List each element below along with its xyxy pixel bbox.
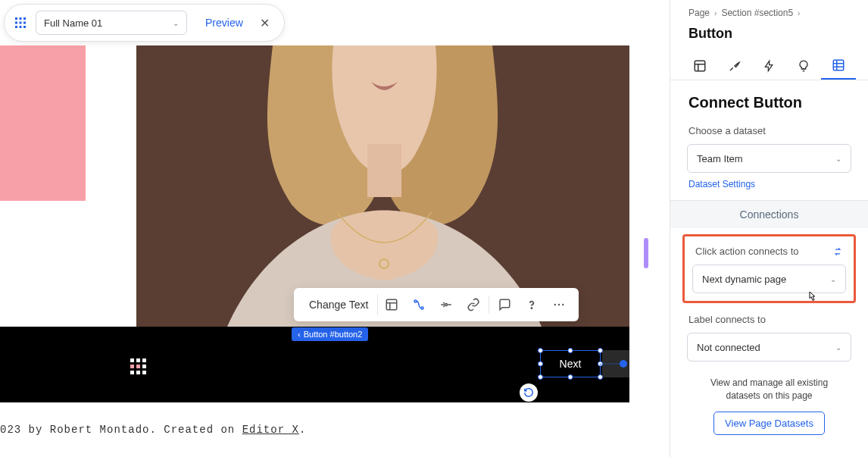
footer-text-2: . [299, 424, 306, 436]
tab-data[interactable] [821, 52, 856, 80]
resize-handle[interactable] [568, 348, 573, 353]
help-icon[interactable] [518, 291, 545, 318]
element-tag-label: Button #button2 [304, 330, 363, 339]
dataset-settings-link[interactable]: Dataset Settings [670, 177, 868, 200]
footer-editor-link[interactable]: Editor X [242, 424, 299, 436]
label-connects-select[interactable]: Not connected ⌄ [687, 333, 851, 362]
svg-rect-25 [833, 60, 844, 70]
resize-handle[interactable] [538, 374, 543, 380]
link-icon[interactable] [460, 291, 487, 318]
resize-handle[interactable] [538, 362, 543, 367]
connections-header: Connections [670, 200, 868, 228]
svg-rect-22 [695, 61, 705, 71]
design-icon[interactable] [405, 291, 432, 318]
svg-rect-3 [15, 22, 17, 24]
resize-handle[interactable] [568, 374, 573, 380]
view-page-datasets-button[interactable]: View Page Datasets [713, 412, 825, 435]
undo-icon[interactable] [520, 383, 538, 402]
panel-title: Button [670, 23, 868, 52]
chevron-down-icon: ⌄ [830, 275, 836, 283]
click-action-value: Next dynamic page [702, 274, 786, 285]
tab-layout[interactable] [682, 52, 717, 80]
name-select-value: Full Name 01 [44, 17, 102, 29]
swap-icon[interactable] [832, 246, 843, 257]
cursor-icon [805, 289, 817, 304]
layout-icon[interactable] [378, 291, 405, 318]
anim-guide-dot[interactable] [620, 360, 627, 368]
resize-handle[interactable] [598, 348, 603, 353]
inspector-panel: Page › Section #section5 › Button Connec… [670, 0, 868, 457]
breadcrumb-section[interactable]: Section #section5 [721, 8, 793, 18]
svg-rect-2 [23, 17, 26, 20]
canvas-area: Full Name 01 ⌄ Preview ✕ Change Text [0, 0, 670, 457]
svg-point-18 [532, 308, 532, 308]
canvas-scrollbar[interactable] [644, 238, 648, 268]
breadcrumb: Page › Section #section5 › [670, 0, 868, 23]
chevron-left-icon: ‹ [298, 330, 301, 339]
label-connects-label: Label connects to [670, 309, 868, 330]
chevron-right-icon: › [798, 9, 800, 17]
pink-block [0, 45, 86, 201]
connect-button-title: Connect Button [670, 80, 868, 121]
footer-credit: 023 by Robert Montado. Created on Editor… [0, 424, 306, 436]
dataset-select-value: Team Item [697, 153, 743, 164]
svg-rect-8 [23, 26, 26, 28]
panel-tabs [670, 52, 868, 80]
dataset-select[interactable]: Team Item ⌄ [687, 144, 851, 173]
close-icon[interactable]: ✕ [255, 16, 280, 30]
chevron-down-icon: ⌄ [173, 19, 179, 27]
svg-rect-10 [367, 144, 401, 197]
selected-button-label: Next [560, 358, 582, 370]
breadcrumb-page[interactable]: Page [688, 8, 710, 18]
svg-point-15 [414, 300, 417, 302]
tab-tips[interactable] [786, 52, 821, 80]
element-tag[interactable]: ‹ Button #button2 [292, 327, 368, 341]
name-select[interactable]: Full Name 01 ⌄ [36, 11, 187, 35]
svg-point-21 [562, 304, 564, 305]
svg-rect-5 [23, 22, 26, 24]
svg-rect-1 [20, 17, 22, 20]
comment-icon[interactable] [491, 291, 518, 318]
hero-image [136, 45, 629, 327]
element-toolbar: Change Text [294, 288, 579, 321]
resize-handle[interactable] [538, 348, 543, 353]
svg-rect-7 [20, 26, 22, 28]
svg-point-17 [445, 304, 448, 306]
svg-rect-6 [15, 26, 17, 28]
preview-button[interactable]: Preview [193, 17, 255, 29]
apps-grid-icon[interactable] [11, 14, 30, 32]
chevron-right-icon: › [714, 9, 717, 17]
svg-point-20 [558, 304, 560, 305]
highlighted-connection: Click action connects to Next dynamic pa… [682, 234, 856, 303]
choose-dataset-label: Choose a dataset [670, 121, 868, 141]
click-action-select[interactable]: Next dynamic page ⌄ [692, 264, 846, 293]
selected-next-button[interactable]: Next [540, 350, 601, 377]
svg-rect-12 [387, 299, 398, 310]
decorative-dots [130, 358, 146, 374]
chevron-down-icon: ⌄ [835, 343, 841, 352]
chevron-down-icon: ⌄ [835, 155, 841, 163]
click-action-label: Click action connects to [695, 246, 799, 257]
more-icon[interactable] [545, 291, 573, 318]
preview-bar: Full Name 01 ⌄ Preview ✕ [4, 4, 285, 42]
resize-handle[interactable] [598, 374, 603, 380]
change-text-button[interactable]: Change Text [300, 294, 378, 315]
tab-interactions[interactable] [752, 52, 787, 80]
svg-point-16 [421, 307, 423, 309]
tab-design[interactable] [717, 52, 752, 80]
label-connects-value: Not connected [697, 342, 760, 353]
footer-text-1: 023 by Robert Montado. Created on [0, 424, 242, 436]
animation-icon[interactable] [432, 291, 460, 318]
svg-rect-4 [20, 22, 22, 24]
datasets-info-text: View and manage all existing datasets on… [670, 366, 868, 408]
svg-point-19 [554, 304, 556, 305]
svg-rect-0 [15, 17, 17, 20]
